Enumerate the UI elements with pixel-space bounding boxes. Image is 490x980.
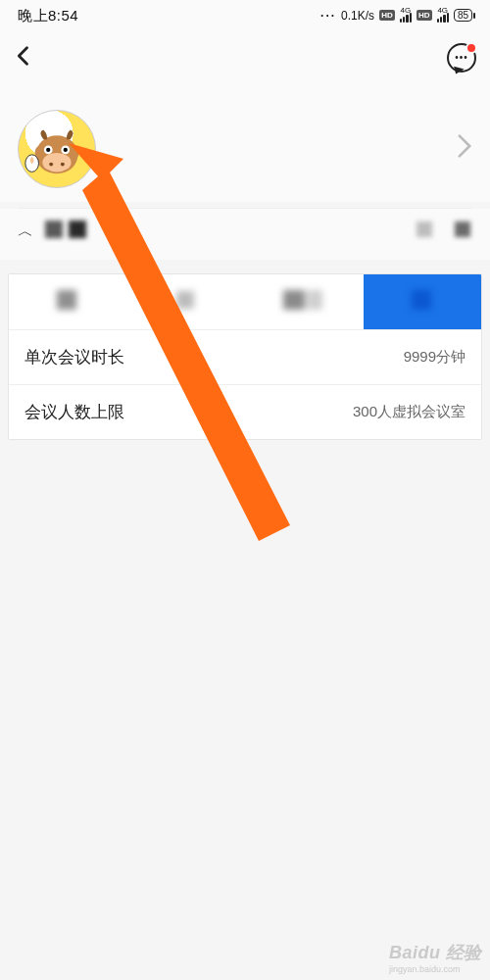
row-meeting-duration[interactable]: 单次会议时长 9999分钟	[9, 329, 481, 384]
redacted-text-right	[416, 221, 472, 241]
signal-icon-2	[437, 13, 449, 23]
svg-point-6	[46, 148, 50, 152]
caret-up-icon: ︿	[18, 221, 33, 242]
svg-point-3	[61, 163, 65, 167]
row-meeting-capacity[interactable]: 会议人数上限 300人虚拟会议室	[9, 384, 481, 439]
signal-icon	[400, 13, 412, 23]
redacted-text	[45, 220, 88, 242]
status-netspeed: 0.1K/s	[341, 9, 374, 23]
avatar	[18, 110, 96, 188]
profile-row[interactable]	[0, 84, 490, 202]
tab-1[interactable]	[127, 274, 246, 329]
messages-button[interactable]: •••	[447, 43, 476, 73]
meeting-info-panel: 单次会议时长 9999分钟 会议人数上限 300人虚拟会议室	[8, 273, 482, 440]
chevron-left-icon	[10, 42, 37, 70]
tab-strip	[9, 274, 481, 329]
svg-point-1	[42, 153, 71, 172]
status-indicators: ··· 0.1K/s HD 4G HD 4G 85	[320, 9, 472, 24]
row-value: 300人虚拟会议室	[353, 403, 466, 421]
notification-dot-icon	[466, 42, 477, 54]
tab-2[interactable]	[245, 274, 364, 329]
svg-point-9	[70, 146, 79, 160]
chevron-right-icon	[457, 133, 472, 166]
status-bar: 晚上8:54 ··· 0.1K/s HD 4G HD 4G 85	[0, 0, 490, 31]
row-value: 9999分钟	[404, 348, 466, 367]
app-header: •••	[0, 31, 490, 84]
hd-badge-icon-2: HD	[416, 10, 432, 21]
battery-indicator: 85	[454, 9, 472, 22]
row-label: 单次会议时长	[24, 346, 124, 368]
row-label: 会议人数上限	[24, 401, 124, 423]
svg-point-7	[64, 148, 68, 152]
hd-badge-icon: HD	[379, 10, 395, 21]
tab-0[interactable]	[9, 274, 127, 329]
status-time: 晚上8:54	[18, 7, 78, 25]
tab-3-active[interactable]	[364, 274, 482, 329]
svg-point-2	[49, 163, 53, 167]
avatar-cow-icon	[19, 111, 95, 187]
watermark: Baidu 经验 jingyan.baidu.com	[389, 941, 482, 974]
chat-bubble-icon: •••	[447, 43, 476, 73]
stats-row: ︿	[0, 209, 490, 260]
back-button[interactable]	[10, 42, 37, 74]
